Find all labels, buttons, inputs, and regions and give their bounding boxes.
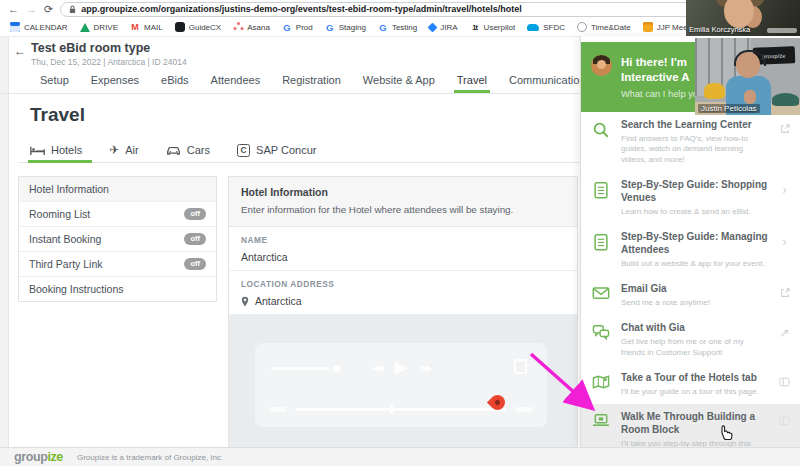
status-badge: off [184,233,206,245]
subtab-hotels[interactable]: Hotels [30,144,82,156]
google-icon [378,22,388,32]
watermark [767,28,797,33]
bookmark-drive[interactable]: DRIVE [80,23,118,32]
participant-figure [724,0,754,28]
office-background [704,83,725,99]
active-subtab-underline [28,160,92,163]
bookmark-calendar[interactable]: CALENDAR [10,22,68,32]
chevron-right-icon: › [777,231,792,248]
tab-registration[interactable]: Registration [282,69,341,91]
chevron-right-icon: › [777,179,792,196]
office-background [772,93,799,106]
bookmark-jira[interactable]: JIRA [429,23,457,32]
subtab-air[interactable]: ✈ Air [109,143,139,157]
clock-icon [577,22,587,32]
tab-communications[interactable]: Communications [509,69,591,91]
name-input[interactable]: Antarctica [229,247,577,271]
event-subtitle: Thu, Dec 15, 2022 | Antarctica | ID 2401… [31,57,187,67]
bookmark-sfdc[interactable]: SFDC [527,23,565,32]
address-bar[interactable]: app.groupize.com/organizations/justins-d… [60,2,726,17]
location-pin-icon [241,296,249,307]
bookmark-guidecx[interactable]: GuideCX [175,22,221,32]
address-input[interactable]: Antarctica [229,291,577,315]
player-menu-icon[interactable] [514,359,527,374]
sidebar-item-hotel-information[interactable]: Hotel Information [19,177,216,202]
subtab-sap-concur[interactable]: C SAP Concur [237,144,316,157]
salesforce-cloud-icon [527,24,539,31]
rewind-icon[interactable]: ◀◀ [372,363,382,373]
sidebar-item-rooming-list[interactable]: Rooming Listoff [19,202,216,227]
tabs-divider [0,93,582,94]
elapsed-time [269,407,287,412]
assistant-item-take-a-tour[interactable]: Take a Tour of the Hotels tabI'll be you… [581,365,800,404]
bookmark-mail[interactable]: MAIL [130,22,163,32]
bookmark-asana[interactable]: Asana [233,22,270,32]
form-title: Hotel Information [241,186,565,198]
tab-attendees[interactable]: Attendees [211,69,261,91]
status-badge: off [184,208,206,220]
form-header: Hotel Information Enter information for … [229,177,577,227]
video-thumbnail-emilia[interactable]: Emilia Korczyńska [686,0,800,36]
assistant-item-search-learning-center[interactable]: Search the Learning CenterFind answers t… [581,112,800,172]
bookmark-staging[interactable]: Staging [325,22,366,32]
tab-website-app[interactable]: Website & App [363,69,435,91]
trademark-text: Groupize is a trademark of Groupize, Inc… [77,453,223,462]
address-label: LOCATION ADDRESS [229,271,577,291]
sidebar-item-third-party-link[interactable]: Third Party Linkoff [19,252,216,277]
participant-name-label: Justin Peticolas [698,104,760,113]
hotel-settings-panel: Hotel Information Rooming Listoff Instan… [18,176,217,302]
location-map[interactable]: ◀◀ ▶ ▶▶ [229,315,577,447]
concur-icon: C [237,144,250,157]
lock-icon [69,5,76,14]
remaining-time [515,407,533,412]
tour-card-icon [777,372,792,389]
browser-forward-icon[interactable]: → [26,4,37,15]
sidebar-item-instant-booking[interactable]: Instant Bookingoff [19,227,216,252]
page-footer: groupize Groupize is a trademark of Grou… [0,447,800,466]
calendar-icon [10,22,20,32]
launch-arrow-icon: ↗ [777,322,792,339]
bookmark-testing[interactable]: Testing [378,22,417,32]
jira-icon [428,22,438,32]
subtab-cars[interactable]: Cars [166,144,210,156]
screen: ← → ⟳ app.groupize.com/organizations/jus… [0,0,800,466]
map-icon [589,372,613,390]
video-thumbnail-justin[interactable]: groupize Justin Peticolas [695,38,800,115]
progress-thumb[interactable] [390,405,393,414]
event-title: Test eBid room type [31,41,150,55]
tab-setup[interactable]: Setup [40,69,69,91]
external-link-icon [777,283,792,300]
form-description: Enter information for the Hotel where at… [241,204,565,215]
guidecx-icon [175,22,185,32]
assistant-item-guide-managing-attendees[interactable]: Step-By-Step Guide: Managing AttendeesBu… [581,224,800,276]
asana-icon [233,22,243,32]
external-link-icon [777,119,792,136]
assistant-item-email-gia[interactable]: Email GiaSend me a note anytime! [581,276,800,315]
forward-icon[interactable]: ▶▶ [421,363,431,373]
tab-expenses[interactable]: Expenses [91,69,139,91]
car-icon [166,144,181,156]
tab-ebids[interactable]: eBids [161,69,189,91]
bookmark-timeanddate[interactable]: Time&Date [577,22,631,32]
plane-icon: ✈ [109,143,119,157]
bookmark-userpilot[interactable]: Userpilot [470,22,516,32]
tab-travel[interactable]: Travel [457,69,487,91]
participant-name-label: Emilia Korczyńska [689,25,750,34]
travel-subtabs: Hotels ✈ Air Cars C SAP Concur [30,139,316,161]
assistant-item-guide-shopping-venues[interactable]: Step-By-Step Guide: Shopping VenuesLearn… [581,172,800,224]
laptop-icon [589,411,613,428]
back-arrow-icon[interactable]: ← [14,44,26,58]
url-text: app.groupize.com/organizations/justins-d… [81,4,522,14]
browser-back-icon[interactable]: ← [8,4,19,15]
assistant-item-chat-with-gia[interactable]: Chat with GiaGet live help from me or on… [581,315,800,365]
participant-figure [744,90,756,104]
meeting-icon [643,22,653,32]
bookmarks-bar: CALENDAR DRIVE MAIL GuideCX Asana Prod S… [0,18,800,37]
sidebar-item-booking-instructions[interactable]: Booking Instructions [19,277,216,301]
bookmark-prod[interactable]: Prod [282,22,313,32]
google-icon [282,22,292,32]
browser-refresh-icon[interactable]: ⟳ [44,4,53,15]
search-icon [589,119,613,139]
name-label: NAME [229,227,577,247]
play-icon[interactable]: ▶ [394,357,407,378]
